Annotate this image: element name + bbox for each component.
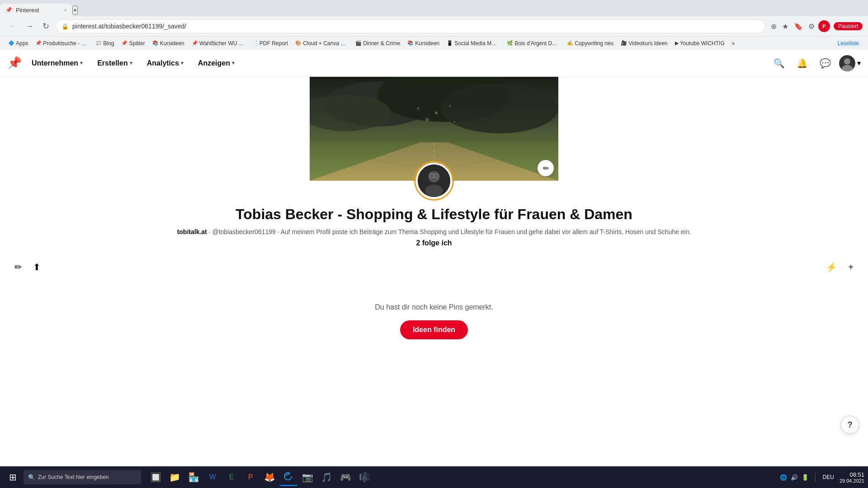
avatar <box>839 55 855 71</box>
taskbar-word[interactable]: W <box>203 468 222 486</box>
profile-action-right: ⚡ + <box>822 258 857 276</box>
active-tab[interactable]: 📌 Pinterest × <box>0 4 72 16</box>
taskbar-separator <box>815 473 816 482</box>
address-bar[interactable]: 🔒 pinterest.at/tobiasbecker061199/_saved… <box>56 19 765 33</box>
filter-button[interactable]: ⚡ <box>822 258 841 276</box>
tab-title: Pinterest <box>16 7 39 14</box>
taskbar-battery-icon[interactable]: 🔋 <box>801 473 810 482</box>
messages-button[interactable]: 💬 <box>816 54 835 72</box>
taskbar-search-bar[interactable]: 🔍 Zur Suche Text hier eingeben <box>24 470 141 484</box>
taskbar-edge[interactable] <box>279 468 297 486</box>
browser-toolbar: ← → ↻ 🔒 pinterest.at/tobiasbecker061199/… <box>0 16 868 36</box>
chevron-down-icon: ▾ <box>80 60 83 66</box>
bookmark-social[interactable]: 📱 Social Media Mana... <box>444 39 502 47</box>
bookmark-youtube[interactable]: ▶ Youtube WICHTIG <box>672 39 727 47</box>
bookmark-pdf[interactable]: 📄 PDF Report <box>249 39 291 47</box>
bookmark-bois[interactable]: 🌿 Bois d'Argent Duft... <box>504 39 562 47</box>
taskbar-powerpoint[interactable]: P <box>241 468 259 486</box>
svg-point-10 <box>425 118 429 122</box>
bookmark-more[interactable]: » <box>729 39 738 47</box>
chevron-down-icon-3: ▾ <box>181 60 184 66</box>
taskbar-volume-icon[interactable]: 🔊 <box>790 473 799 482</box>
bookmark-kursideen-1[interactable]: 📚 Kursideen <box>150 39 187 47</box>
nav-item-analytics[interactable]: Analytics ▾ <box>141 56 190 71</box>
svg-point-8 <box>435 112 438 114</box>
extensions-icon[interactable]: ⊕ <box>769 20 778 33</box>
forward-button[interactable]: → <box>23 20 36 33</box>
bookmark-icon-11: 🌿 <box>507 40 513 46</box>
bookmark-icon-8: 🎬 <box>355 40 362 46</box>
pinterest-app: 📌 Unternehmen ▾ Erstellen ▾ Analytics ▾ … <box>0 50 868 488</box>
chevron-down-icon-2: ▾ <box>130 60 132 66</box>
profile-bio-short: Auf meinem Profil poste ich Beiträge zum… <box>281 228 691 235</box>
taskbar-store[interactable]: 🏪 <box>184 468 203 486</box>
help-button[interactable]: ? <box>841 416 859 434</box>
tab-close-button[interactable]: × <box>64 7 67 13</box>
nav-item-unternehmen[interactable]: Unternehmen ▾ <box>25 56 89 71</box>
bookmark-spaeter[interactable]: 📌 Später <box>118 39 147 47</box>
profile-website-link[interactable]: tobitalk.at <box>177 228 207 235</box>
find-ideas-button[interactable]: Ideen finden <box>400 320 468 339</box>
pinterest-logo[interactable]: 📌 <box>7 56 22 70</box>
taskbar-file-explorer[interactable]: 📁 <box>165 468 184 486</box>
browser-tabs: 📌 Pinterest × + <box>0 0 868 16</box>
edit-cover-button[interactable]: ✏ <box>538 160 554 176</box>
svg-point-11 <box>453 121 455 123</box>
bookmark-canva[interactable]: 🎨 Cloud + Canva Bilder <box>292 39 351 47</box>
bookmark-icon-14: ▶ <box>675 40 679 46</box>
windows-icon: ⊞ <box>9 472 17 483</box>
browser-profile-badge[interactable]: P <box>818 20 830 32</box>
svg-point-20 <box>425 185 443 197</box>
bookmark-star-icon[interactable]: ★ <box>780 20 790 33</box>
settings-icon[interactable]: ⚙ <box>807 20 816 33</box>
bookmark-icon-1: 📌 <box>35 40 42 46</box>
profile-following-count[interactable]: 2 folge ich <box>0 239 868 247</box>
search-button[interactable]: 🔍 <box>770 54 788 72</box>
taskbar-spotify[interactable]: 🎼 <box>355 468 373 486</box>
bookmark-icon-9: 📚 <box>407 40 414 46</box>
bookmark-videokurs[interactable]: 🎥 Videokurs Ideen <box>618 39 670 47</box>
taskbar-task-view[interactable]: 🔲 <box>146 468 165 486</box>
bookmark-produktsuche[interactable]: 📌 Produktsuche - Mer... <box>33 39 91 47</box>
bookmark-apps[interactable]: 🔷 Apps <box>5 39 31 47</box>
bookmark-blog[interactable]: 📰 Blog <box>93 39 117 47</box>
back-button[interactable]: ← <box>5 20 19 33</box>
taskbar-clock[interactable]: 08:51 29.04.2021 <box>840 471 864 483</box>
chevron-down-icon-4: ▾ <box>232 60 235 66</box>
taskbar-apps: 🔲 📁 🏪 W E P 🦊 📷 🎵 🎮 🎼 <box>146 468 373 486</box>
reader-mode-icon[interactable]: 🔖 <box>792 20 805 33</box>
notifications-button[interactable]: 🔔 <box>793 54 811 72</box>
bookmark-dinner[interactable]: 🎬 Dinner & Crime <box>353 39 403 47</box>
language-indicator[interactable]: DEU <box>821 473 836 481</box>
taskbar-firefox[interactable]: 🦊 <box>260 468 278 486</box>
nav-item-anzeigen[interactable]: Anzeigen ▾ <box>192 56 241 71</box>
edge-icon <box>284 472 293 481</box>
leseliste-button[interactable]: Leseliste <box>834 39 863 47</box>
cover-container: ✏ <box>310 77 558 181</box>
nav-item-erstellen[interactable]: Erstellen ▾ <box>91 56 139 71</box>
bookmark-kursideen-2[interactable]: 📚 Kursideen <box>405 39 442 47</box>
edit-profile-button[interactable]: ✏ <box>11 258 26 276</box>
add-section-button[interactable]: + <box>844 258 857 276</box>
bookmark-icon-6: 📄 <box>252 40 258 46</box>
user-avatar-button[interactable]: ▾ <box>839 55 861 71</box>
bookmark-icon-2: 📰 <box>95 40 102 46</box>
svg-point-9 <box>449 105 451 107</box>
start-button[interactable]: ⊞ <box>4 468 22 486</box>
taskbar-media[interactable]: 🎵 <box>317 468 335 486</box>
new-tab-button[interactable]: + <box>72 6 78 14</box>
bookmark-wahlfaecher[interactable]: 📌 Wahlfächer WU Aus... <box>189 39 247 47</box>
taskbar-excel[interactable]: E <box>222 468 241 486</box>
taskbar-network-icon[interactable]: 🌐 <box>779 473 788 482</box>
system-icons: 🌐 🔊 🔋 <box>779 473 810 482</box>
tab-favicon: 📌 <box>5 7 12 13</box>
taskbar-camera[interactable]: 📷 <box>298 468 316 486</box>
paused-badge[interactable]: Pausiert <box>834 22 863 30</box>
avatar-chevron-icon: ▾ <box>857 59 861 67</box>
reload-button[interactable]: ↻ <box>40 19 52 33</box>
nav-menu: Unternehmen ▾ Erstellen ▾ Analytics ▾ An… <box>25 56 241 71</box>
svg-point-6 <box>441 84 558 133</box>
taskbar-xbox[interactable]: 🎮 <box>336 468 354 486</box>
bookmark-copywriting[interactable]: ✍️ Copywriting neu <box>564 39 616 47</box>
share-profile-button[interactable]: ⬆ <box>29 258 44 276</box>
